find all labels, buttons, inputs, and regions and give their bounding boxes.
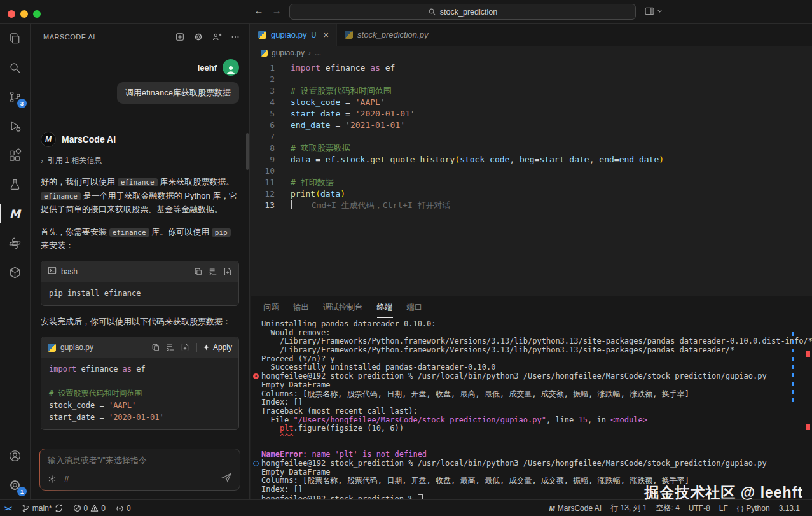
gear-icon[interactable]: [193, 32, 203, 42]
tab-stock-prediction-py[interactable]: stock_prediction.py: [337, 24, 436, 46]
line-number: 9: [251, 154, 275, 165]
editor-code-line[interactable]: 1import efinance as ef: [251, 62, 812, 74]
navigate-back-button[interactable]: ←: [252, 5, 266, 16]
editor-code-line[interactable]: 10: [251, 165, 812, 177]
activitybar-run-debug[interactable]: [0, 111, 30, 141]
terminal-line: Index: []: [261, 398, 812, 407]
bottom-panel: 问题输出调试控制台终端端口 Uninstalling pandas-datare…: [251, 296, 812, 503]
activitybar-explorer[interactable]: [0, 24, 30, 53]
activitybar-extensions[interactable]: [0, 141, 30, 170]
activitybar-search[interactable]: [0, 53, 30, 82]
commands-icon[interactable]: [48, 475, 57, 484]
activitybar-docker[interactable]: [0, 258, 30, 287]
editor-code-line[interactable]: 6end_date = '2021-01-01': [251, 120, 812, 131]
activitybar-marscode-ai[interactable]: M: [0, 199, 30, 228]
terminal-line: File "/Users/hongfeilee/MarsCode/stock_p…: [261, 416, 812, 425]
problems-status[interactable]: 0 0: [69, 500, 110, 516]
new-chat-icon[interactable]: [175, 32, 185, 42]
line-number: 13: [251, 200, 275, 211]
marscode-status[interactable]: MMarsCode AI: [545, 500, 607, 516]
settings-badge: 1: [17, 487, 27, 496]
breadcrumb[interactable]: gupiao.py › ...: [251, 46, 812, 60]
more-actions-icon[interactable]: [230, 32, 240, 42]
panel-tab-ports[interactable]: 端口: [407, 296, 423, 318]
user-name: leehf: [198, 63, 217, 73]
insert-code-icon[interactable]: [166, 343, 175, 352]
editor-code-line[interactable]: 4stock_code = 'AAPL': [251, 97, 812, 108]
editor-code-line[interactable]: 13 Cmd+I 生成代码，Ctrl+I 打开对话: [251, 200, 812, 211]
command-success-icon[interactable]: [253, 461, 259, 466]
editor-code-line[interactable]: 5start_date = '2020-01-01': [251, 108, 812, 120]
terminal[interactable]: Uninstalling pandas-datareader-0.10.0: W…: [251, 318, 812, 503]
sidebar-scrollbar[interactable]: [246, 133, 249, 170]
share-profile-icon[interactable]: [212, 32, 222, 42]
close-tab-icon[interactable]: ×: [323, 29, 329, 40]
insert-code-icon[interactable]: [209, 267, 217, 276]
panel-tab-terminal[interactable]: 终端: [377, 296, 393, 318]
terminal-line: Traceback (most recent call last):: [261, 407, 812, 416]
activitybar-python[interactable]: [0, 228, 30, 258]
assistant-paragraph: 好的，我们可以使用 efinance 库来获取股票数据。efinance 是一个…: [41, 176, 239, 216]
chevron-right-icon: ›: [41, 157, 43, 165]
terminal-scrollbar-marks: [792, 332, 794, 403]
command-center-search[interactable]: stock_prediction: [289, 4, 636, 20]
activitybar-account[interactable]: [0, 441, 30, 470]
terminal-line: Columns: [股票名称, 股票代码, 日期, 开盘, 收盘, 最高, 最低…: [261, 390, 812, 399]
ports-status[interactable]: 0: [111, 500, 135, 516]
editor-code-line[interactable]: 11# 打印数据: [251, 177, 812, 188]
command-failed-icon[interactable]: [253, 373, 259, 379]
git-branch-status[interactable]: main*: [17, 500, 67, 516]
code-block-header: gupiao.py Apply: [41, 337, 238, 358]
line-number: 2: [251, 74, 275, 85]
maximize-window-button[interactable]: [33, 10, 41, 18]
minimize-window-button[interactable]: [20, 10, 28, 18]
send-message-button[interactable]: [221, 472, 232, 485]
editor-code-line[interactable]: 9data = ef.stock.get_quote_history(stock…: [251, 154, 812, 165]
activitybar-testing[interactable]: [0, 170, 30, 199]
navigate-forward-button[interactable]: →: [270, 5, 284, 16]
terminal-line: Empty DataFrame: [261, 468, 812, 477]
activitybar-settings[interactable]: 1: [0, 470, 30, 499]
line-number: 4: [251, 97, 275, 108]
editor-tabs: gupiao.py U × stock_prediction.py: [251, 24, 812, 46]
search-value: stock_prediction: [440, 8, 497, 17]
reference-toggle[interactable]: › 引用 1 相关信息: [41, 155, 239, 166]
remote-indicator[interactable]: ><: [0, 500, 16, 516]
new-file-icon[interactable]: [181, 343, 189, 352]
python-code-block: gupiao.py Apply import efinance as ef # …: [41, 337, 239, 430]
tab-gupiao-py[interactable]: gupiao.py U ×: [251, 24, 337, 46]
terminal-line: ^^^: [261, 433, 812, 442]
marscode-logo-icon: M: [41, 132, 56, 147]
panel-tab-debug-console[interactable]: 调试控制台: [323, 296, 363, 318]
terminal-line: hongfeilee@192 stock_prediction % /usr/l…: [261, 372, 812, 381]
panel-tab-problems[interactable]: 问题: [263, 296, 279, 318]
editor-code-line[interactable]: 3# 设置股票代码和时间范围: [251, 85, 812, 97]
line-number: 8: [251, 143, 275, 154]
close-window-button[interactable]: [8, 10, 15, 18]
apply-code-button[interactable]: Apply: [196, 343, 232, 352]
bash-code-block: bash pip install efinance: [41, 261, 239, 306]
code-editor[interactable]: 1import efinance as ef23# 设置股票代码和时间范围4st…: [251, 60, 812, 296]
code-line: start_date = '2020-01-01': [49, 412, 231, 424]
chat-input[interactable]: 输入消息或者"/"来选择指令 #: [39, 449, 240, 491]
editor-code-line[interactable]: 12print(data): [251, 188, 812, 200]
window-controls: [8, 10, 41, 18]
terminal-line: /Library/Frameworks/Python.framework/Ver…: [261, 337, 812, 346]
copy-icon[interactable]: [194, 267, 203, 276]
panel-tab-output[interactable]: 输出: [293, 296, 309, 318]
chat-messages: leehf 调用efinance库获取股票数据 M MarsCode AI › …: [31, 50, 249, 445]
broadcast-icon: [116, 504, 124, 512]
activity-bar: 3 M 1: [0, 24, 31, 499]
editor-code-line[interactable]: 2: [251, 74, 812, 85]
code-block-body: import efinance as ef # 设置股票代码和时间范围stock…: [41, 358, 238, 429]
line-number: 11: [251, 177, 275, 188]
activitybar-source-control[interactable]: 3: [0, 82, 30, 111]
editor-code-line[interactable]: 8# 获取股票数据: [251, 143, 812, 154]
customize-layout-button[interactable]: [644, 6, 663, 17]
copy-icon[interactable]: [151, 343, 160, 352]
editor-code-line[interactable]: 7: [251, 131, 812, 143]
context-hash-button[interactable]: #: [64, 474, 69, 484]
new-file-icon[interactable]: [223, 267, 232, 276]
assistant-paragraph: 首先，你需要安装 efinance 库。你可以使用 pip 来安装：: [41, 226, 239, 253]
terminal-line: [261, 442, 812, 451]
